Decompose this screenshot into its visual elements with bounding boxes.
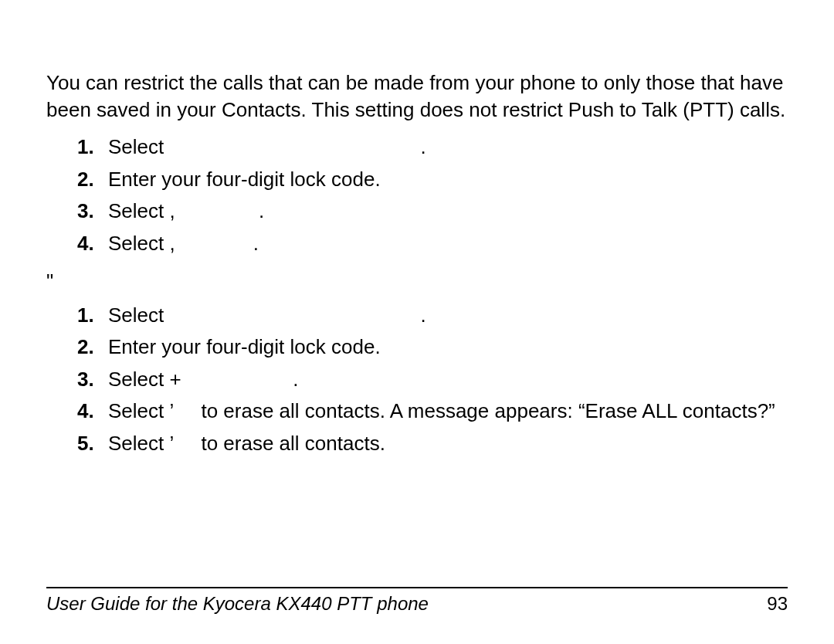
- procedure-list-1: Select . Enter your four-digit lock code…: [77, 131, 788, 259]
- list-item: Enter your four-digit lock code.: [77, 331, 788, 364]
- footer-title: User Guide for the Kyocera KX440 PTT pho…: [46, 593, 429, 615]
- intro-paragraph: You can restrict the calls that can be m…: [46, 69, 788, 124]
- list-item: Select .: [77, 300, 788, 332]
- page-footer: User Guide for the Kyocera KX440 PTT pho…: [46, 587, 788, 615]
- list-item: Enter your four-digit lock code.: [77, 164, 788, 196]
- procedure-list-2: Select . Enter your four-digit lock code…: [77, 300, 788, 460]
- list-item: Select ’ to erase all contacts.: [77, 428, 788, 460]
- section-marker: ": [46, 269, 788, 293]
- list-item: Select , .: [77, 228, 788, 260]
- list-item: Select + .: [77, 364, 788, 396]
- list-item: Select , .: [77, 195, 788, 228]
- list-item: Select ’ to erase all contacts. A messag…: [77, 395, 788, 428]
- footer-page-number: 93: [767, 593, 788, 615]
- page-content: You can restrict the calls that can be m…: [0, 0, 834, 460]
- list-item: Select .: [77, 131, 788, 164]
